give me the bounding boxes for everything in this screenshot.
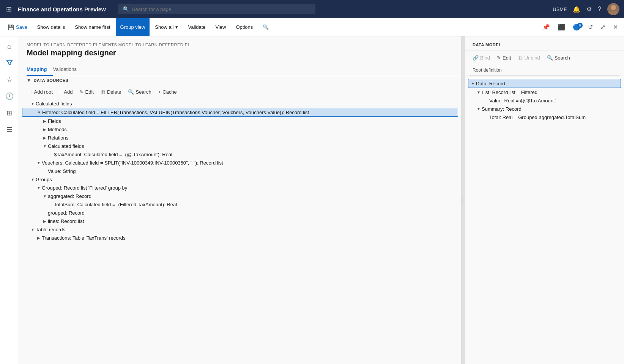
ds-tabs: Mapping Validations (19, 63, 461, 76)
help-icon[interactable]: ? (598, 6, 601, 13)
dm-tree-value[interactable]: ▶ Value: Real = @.'$TaxAmount' (468, 96, 621, 105)
ds-tree: ▼ Calculated fields ▼ Filtered: Calculat… (19, 99, 461, 364)
avatar[interactable] (607, 3, 619, 15)
detach-icon[interactable]: ⬛ (555, 21, 568, 33)
tree-item-aggregated[interactable]: ▼ aggregated: Record (22, 192, 458, 200)
show-all-button[interactable]: Show all ▾ (150, 18, 183, 36)
save-icon: 💾 (8, 24, 14, 30)
dm-tree-list[interactable]: ▼ List: Record list = Filtered (468, 88, 621, 96)
dm-tree-summary[interactable]: ▼ Summary: Record (468, 105, 621, 113)
search-icon: 🔍 (123, 6, 129, 12)
sidebar-filter-icon[interactable] (3, 56, 16, 70)
dm-expand-list[interactable]: ▼ (476, 89, 482, 95)
tree-item-taxamount[interactable]: ▶ $TaxAmount: Calculated field = -(@.Tax… (22, 150, 458, 158)
top-navigation: ⊞ Finance and Operations Preview 🔍 USMF … (0, 0, 624, 18)
expand-filtered[interactable]: ▼ (36, 109, 42, 115)
add-icon: + (60, 89, 63, 95)
dm-edit-button[interactable]: ✎ Edit (494, 53, 514, 62)
expand-table-records[interactable]: ▼ (30, 226, 36, 232)
expand-vouchers[interactable]: ▼ (36, 160, 42, 166)
tree-item-grouped[interactable]: ▼ Grouped: Record list 'Filtered' group … (22, 184, 458, 192)
sidebar-workspace-icon[interactable]: ⊞ (3, 106, 16, 120)
tree-item-value-string[interactable]: ▶ Value: String (22, 167, 458, 175)
tree-item-transactions[interactable]: ▶ Transactions: Table 'TaxTrans' records (22, 234, 458, 242)
global-search-input[interactable] (132, 6, 311, 12)
ds-toolbar: + Add root + Add ✎ Edit 🗑 Delete 🔍 Searc… (19, 85, 461, 99)
expand-grouped[interactable]: ▼ (36, 185, 42, 191)
expand-transactions[interactable]: ▶ (36, 235, 42, 241)
show-name-first-button[interactable]: Show name first (70, 18, 115, 36)
tree-item-relations[interactable]: ▶ Relations (22, 133, 458, 142)
tree-item-groups[interactable]: ▼ Groups (22, 175, 458, 184)
dm-expand-summary[interactable]: ▼ (476, 106, 482, 112)
refresh-icon[interactable]: ↺ (585, 21, 596, 33)
expand-fields[interactable]: ▶ (42, 118, 48, 124)
group-view-button[interactable]: Group view (116, 18, 150, 36)
delete-button[interactable]: 🗑 Delete (98, 88, 124, 96)
tab-validations[interactable]: Validations (53, 63, 83, 76)
breadcrumb: MODEL TO LEARN DEFERRED ELEMENTS MODEL T… (27, 42, 454, 47)
expand-relations[interactable]: ▶ (42, 135, 48, 141)
global-search-bar: 🔍 (118, 4, 315, 14)
settings-icon[interactable]: ⚙ (586, 6, 592, 13)
dm-tree-total[interactable]: ▶ Total: Real = Grouped.aggregated.Total… (468, 113, 621, 121)
sidebar-list-icon[interactable]: ☰ (3, 123, 16, 136)
sidebar-home-icon[interactable]: ⌂ (3, 39, 16, 53)
show-details-button[interactable]: Show details (33, 18, 70, 36)
save-button[interactable]: 💾 Save (3, 18, 32, 36)
dm-unbind-button[interactable]: 🗑 Unbind (515, 53, 543, 62)
sidebar-recent-icon[interactable]: 🕐 (3, 89, 16, 103)
dm-unbind-icon: 🗑 (518, 55, 523, 61)
options-button[interactable]: Options (231, 18, 257, 36)
dm-bind-button[interactable]: 🔗 Bind (470, 53, 493, 62)
dm-toolbar: 🔗 Bind ✎ Edit 🗑 Unbind 🔍 Search (465, 50, 624, 65)
notification-icon[interactable]: 🔔 (573, 6, 580, 13)
dm-tree-data-record[interactable]: ▼ Data: Record (468, 79, 621, 88)
tree-item-calc-fields[interactable]: ▼ Calculated fields (22, 99, 458, 108)
app-grid-icon[interactable]: ⊞ (5, 3, 13, 15)
tree-item-methods[interactable]: ▶ Methods (22, 125, 458, 133)
dm-search-icon: 🔍 (547, 55, 553, 61)
tree-item-vouchers[interactable]: ▼ Vouchers: Calculated field = SPLIT("IN… (22, 158, 458, 167)
expand-icon[interactable]: ⤢ (597, 21, 608, 33)
sidebar-star-icon[interactable]: ☆ (3, 73, 16, 86)
add-root-button[interactable]: + Add root (27, 88, 56, 96)
tab-mapping[interactable]: Mapping (27, 63, 53, 76)
edit-icon: ✎ (79, 89, 84, 95)
main-content: ⌂ ☆ 🕐 ⊞ ☰ MODEL TO LEARN DEFERRED ELEMEN… (0, 36, 624, 364)
tree-item-fields[interactable]: ▶ Fields (22, 117, 458, 125)
dm-root-definition: Root definition (465, 65, 624, 75)
vertical-splitter[interactable] (462, 36, 465, 364)
tree-item-grouped-record[interactable]: ▶ grouped: Record (22, 209, 458, 217)
dm-expand-data[interactable]: ▼ (470, 80, 476, 86)
pin-icon[interactable]: 📌 (539, 21, 553, 33)
view-button[interactable]: View (211, 18, 230, 36)
expand-calc-sub[interactable]: ▼ (42, 143, 48, 149)
validate-button[interactable]: Validate (183, 18, 210, 36)
dm-tree: ▼ Data: Record ▼ List: Record list = Fil… (465, 76, 624, 364)
tree-item-table-records[interactable]: ▼ Table records (22, 225, 458, 234)
expand-lines[interactable]: ▶ (42, 218, 48, 224)
tree-item-calc-sub[interactable]: ▼ Calculated fields (22, 142, 458, 150)
edit-button[interactable]: ✎ Edit (76, 88, 96, 96)
ds-header: MODEL TO LEARN DEFERRED ELEMENTS MODEL T… (19, 36, 461, 59)
ds-search-button[interactable]: 🔍 Search (125, 88, 154, 96)
close-icon[interactable]: ✕ (610, 21, 621, 33)
data-model-panel: DATA MODEL 🔗 Bind ✎ Edit 🗑 Unbind 🔍 Sear… (465, 36, 624, 364)
expand-groups[interactable]: ▼ (30, 176, 36, 182)
tree-item-totalsum[interactable]: ▶ TotalSum: Calculated field = -(Filtere… (22, 200, 458, 209)
expand-calc-fields[interactable]: ▼ (30, 100, 36, 107)
ds-collapse-btn[interactable]: ▼ (27, 78, 31, 83)
tree-item-lines[interactable]: ▶ lines: Record list (22, 217, 458, 225)
cache-button[interactable]: + Cache (155, 88, 180, 96)
badge-icon[interactable]: 🔵 0 (570, 21, 583, 33)
expand-methods[interactable]: ▶ (42, 126, 48, 132)
tree-item-filtered[interactable]: ▼ Filtered: Calculated field = FILTER(Tr… (22, 108, 458, 117)
search-bar-toggle[interactable]: 🔍 (258, 18, 273, 36)
expand-aggregated[interactable]: ▼ (42, 193, 48, 199)
dm-search-button[interactable]: 🔍 Search (544, 53, 573, 62)
page-title: Model mapping designer (27, 49, 454, 57)
app-title: Finance and Operations Preview (18, 6, 106, 13)
add-button[interactable]: + Add (57, 88, 76, 96)
ds-section-label: ▼ DATA SOURCES (19, 76, 461, 85)
